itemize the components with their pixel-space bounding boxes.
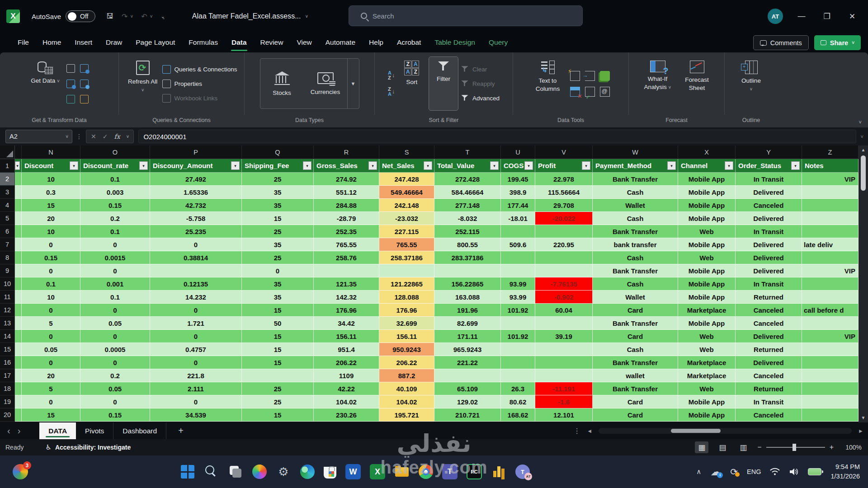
zoom-slider[interactable] [766, 447, 825, 448]
grid-cell-O7[interactable]: 0 [80, 238, 150, 251]
outline-button[interactable]: Outline˅ [735, 57, 768, 110]
grid-cell-S5[interactable]: -23.032 [379, 212, 434, 225]
grid-cell-V4[interactable]: 29.708 [535, 199, 593, 212]
filter-dropdown-icon[interactable]: ▾ [667, 161, 676, 170]
cell-sliver[interactable] [15, 317, 22, 330]
grid-cell-V11[interactable]: -0.902 [535, 291, 593, 304]
grid-cell-X16[interactable]: Marketplace [678, 356, 736, 369]
grid-cell-Q18[interactable]: 25 [242, 382, 314, 395]
add-sheet-button[interactable]: + [166, 426, 195, 436]
grid-cell-S8[interactable]: 258.37186 [379, 251, 434, 264]
cell-sliver[interactable] [15, 238, 22, 251]
sort-descending-icon[interactable]: ZA↓ [388, 87, 395, 97]
grid-cell-V3[interactable]: 115.56664 [535, 186, 593, 199]
grid-cell-X17[interactable]: Marketplace [678, 369, 736, 382]
cell-sliver[interactable] [15, 304, 22, 317]
filter-dropdown-icon[interactable]: ▾ [582, 161, 590, 170]
cell-sliver[interactable] [15, 277, 22, 291]
column-letter-O[interactable]: O [80, 145, 150, 159]
column-header-COGS[interactable]: COGS▾ [501, 159, 535, 173]
name-box[interactable]: A2 ˅ [5, 130, 72, 143]
grid-cell-V12[interactable]: 60.04 [535, 304, 593, 317]
taskbar-powerbi-icon[interactable] [491, 464, 506, 479]
grid-cell-W9[interactable]: Bank Transfer [593, 264, 678, 277]
row-number-10[interactable]: 10 [0, 277, 15, 291]
grid-cell-N6[interactable]: 10 [22, 225, 80, 238]
grid-cell-T19[interactable]: 129.02 [434, 395, 501, 408]
filter-dropdown-icon[interactable]: ▾ [139, 161, 148, 170]
grid-cell-S4[interactable]: 242.148 [379, 199, 434, 212]
grid-cell-W10[interactable]: Cash [593, 277, 678, 291]
grid-cell-Z9[interactable]: VIP [802, 264, 859, 277]
widgets-icon[interactable]: 3 [13, 464, 28, 479]
column-letter-V[interactable]: V [535, 145, 593, 159]
onedrive-icon[interactable]: ☁ [710, 466, 721, 477]
grid-cell-Z8[interactable] [802, 251, 859, 264]
grid-cell-R2[interactable]: 274.92 [314, 173, 379, 186]
grid-cell-T9[interactable] [434, 264, 501, 277]
grid-cell-O6[interactable]: 0.1 [80, 225, 150, 238]
grid-cell-P16[interactable]: 0 [150, 356, 242, 369]
row-number-9[interactable]: 9 [0, 264, 15, 277]
clear-filter-button[interactable]: Clear [461, 63, 500, 75]
grid-cell-W15[interactable]: Cash [593, 343, 678, 356]
grid-cell-P11[interactable]: 14.232 [150, 291, 242, 304]
grid-cell-N19[interactable]: 0 [22, 395, 80, 408]
grid-cell-Q20[interactable]: 15 [242, 408, 314, 422]
grid-cell-T18[interactable]: 65.109 [434, 382, 501, 395]
refresh-all-button[interactable]: Refresh All ˅ [126, 57, 160, 110]
taskbar-search-icon[interactable] [203, 464, 219, 479]
data-model-cube-icon[interactable] [600, 71, 610, 81]
workbook-links-button[interactable]: Workbook Links [162, 92, 237, 104]
grid-cell-X18[interactable]: Web [678, 382, 736, 395]
tray-overflow-icon[interactable]: ∧ [696, 468, 701, 476]
grid-cell-Q11[interactable]: 35 [242, 291, 314, 304]
row-number-17[interactable]: 17 [0, 369, 15, 382]
page-break-view-button[interactable]: ▥ [736, 441, 750, 453]
grid-cell-U3[interactable]: 398.9 [501, 186, 535, 199]
column-letter-X[interactable]: X [678, 145, 736, 159]
grid-cell-S17[interactable]: 887.2 [379, 369, 434, 382]
cell-sliver[interactable] [15, 212, 22, 225]
taskbar-pycharm-icon[interactable]: PC [467, 464, 482, 479]
column-letter-sliver[interactable] [15, 145, 22, 159]
grid-cell-P9[interactable] [150, 264, 242, 277]
grid-cell-Q5[interactable]: 15 [242, 212, 314, 225]
collapse-ribbon-icon[interactable]: ˅ [859, 119, 862, 125]
get-data-button[interactable]: Get Data ˅ [28, 57, 62, 110]
grid-cell-Y10[interactable]: In Transit [736, 277, 802, 291]
grid-cell-P6[interactable]: 25.235 [150, 225, 242, 238]
grid-cell-P10[interactable]: 0.12135 [150, 277, 242, 291]
grid-cell-R20[interactable]: 230.26 [314, 408, 379, 422]
grid-cell-T20[interactable]: 210.721 [434, 408, 501, 422]
grid-cell-S7[interactable]: 765.55 [379, 238, 434, 251]
save-icon[interactable]: 🖫 [106, 12, 113, 20]
grid-cell-T7[interactable]: 800.55 [434, 238, 501, 251]
ribbon-tab-data[interactable]: Data [225, 33, 254, 52]
grid-cell-V13[interactable] [535, 317, 593, 330]
currencies-button[interactable]: Currencies [304, 59, 347, 108]
redo-chevron-icon[interactable]: ˅ [130, 14, 133, 19]
recent-sources-icon[interactable] [80, 80, 89, 88]
grid-cell-Z5[interactable] [802, 212, 859, 225]
column-letter-W[interactable]: W [593, 145, 678, 159]
excel-app-icon[interactable]: X [6, 9, 20, 23]
grid-cell-X3[interactable]: Mobile App [678, 186, 736, 199]
column-letter-U[interactable]: U [501, 145, 535, 159]
cell-sliver[interactable] [15, 264, 22, 277]
row-number-20[interactable]: 20 [0, 408, 15, 422]
grid-cell-O14[interactable]: 0 [80, 330, 150, 343]
grid-cell-S9[interactable] [379, 264, 434, 277]
sort-button[interactable]: ZAAZ Sort [397, 57, 426, 110]
grid-cell-V2[interactable]: 22.978 [535, 173, 593, 186]
wifi-icon[interactable] [770, 468, 780, 476]
row-number-7[interactable]: 7 [0, 238, 15, 251]
grid-cell-Z19[interactable] [802, 395, 859, 408]
grid-cell-W7[interactable]: bank transfer [593, 238, 678, 251]
prev-sheet-icon[interactable]: ‹ [0, 426, 18, 436]
grid-cell-R8[interactable]: 258.76 [314, 251, 379, 264]
grid-cell-O19[interactable]: 0 [80, 395, 150, 408]
grid-cell-R15[interactable]: 951.4 [314, 343, 379, 356]
grid-cell-R14[interactable]: 156.11 [314, 330, 379, 343]
data-types-more-button[interactable]: ▼ [347, 59, 359, 108]
